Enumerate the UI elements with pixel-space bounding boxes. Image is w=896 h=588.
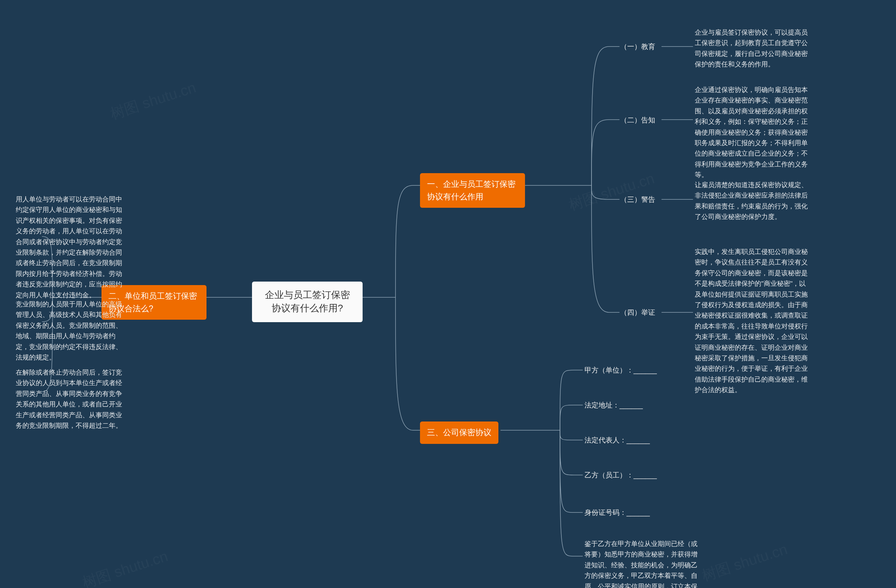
watermark: 树图 shutu.cn — [699, 539, 790, 585]
b1-leaf3-label: （三）警告 — [620, 195, 655, 204]
b3-item4: 乙方（员工）：______ — [585, 471, 657, 480]
b1-leaf1-body: 企业与雇员签订保密协议，可以提高员工保密意识，起到教育员工自觉遵守公司保密规定，… — [695, 27, 810, 70]
b3-item2: 法定地址：______ — [585, 401, 643, 410]
b2-item3: 在解除或者终止劳动合同后，签订竞业协议的人员到与本单位生产或者经营同类产品、从事… — [16, 367, 124, 431]
b1-leaf4-body: 实践中，发生离职员工侵犯公司商业秘密时，争议焦点往往不是员工有没有义务保守公司的… — [695, 247, 810, 395]
b2-item2: 竞业限制的人员限于用人单位的高级管理人员、高级技术人员和其他负有保密义务的人员。… — [16, 299, 124, 363]
b1-leaf2-label: （二）告知 — [620, 115, 655, 125]
watermark: 树图 shutu.cn — [108, 77, 198, 124]
b1-leaf3-body: 让雇员清楚的知道违反保密协议规定、非法侵犯企业商业秘密应承担的法律后果和赔偿责任… — [695, 180, 810, 222]
b3-item5: 身份证号码：______ — [585, 508, 650, 517]
b1-leaf2-body: 企业通过保密协议，明确向雇员告知本企业存在商业秘密的事实、商业秘密范围、以及雇员… — [695, 85, 810, 181]
b1-leaf4-label: （四）举证 — [620, 308, 655, 317]
b3-item6: 鉴于乙方在甲方单位从业期间已经（或将要）知悉甲方的商业秘密，并获得增进知识、经验… — [585, 539, 700, 588]
b1-leaf1-label: （一）教育 — [620, 42, 655, 52]
branch-1: 一、企业与员工签订保密协议有什么作用 — [420, 173, 525, 208]
b2-item1: 用人单位与劳动者可以在劳动合同中约定保守用人单位的商业秘密和与知识产权相关的保密… — [16, 194, 124, 301]
branch-3: 三、公司保密协议 — [420, 421, 498, 444]
b3-item3: 法定代表人：______ — [585, 436, 650, 445]
watermark: 树图 shutu.cn — [80, 546, 171, 588]
watermark: 树图 shutu.cn — [566, 169, 657, 215]
mindmap-root: 企业与员工签订保密协议有什么作用? — [252, 281, 363, 322]
b3-item1: 甲方（单位）：______ — [585, 366, 657, 375]
